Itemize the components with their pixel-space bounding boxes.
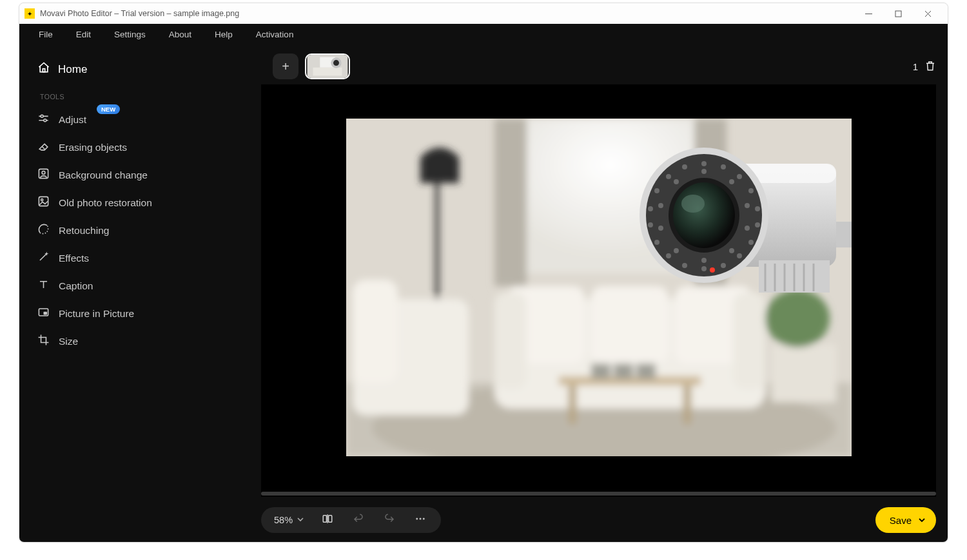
home-icon — [37, 61, 50, 77]
zoom-dropdown[interactable]: 58% — [274, 515, 311, 525]
svg-point-75 — [654, 188, 659, 193]
menu-about[interactable]: About — [157, 26, 203, 43]
svg-point-69 — [701, 266, 707, 271]
svg-rect-39 — [772, 344, 836, 402]
svg-rect-32 — [353, 280, 398, 383]
svg-point-87 — [674, 179, 679, 184]
new-badge: NEW — [97, 104, 120, 114]
svg-rect-38 — [733, 293, 765, 389]
svg-rect-4 — [43, 69, 44, 72]
svg-point-82 — [729, 248, 734, 253]
tool-caption[interactable]: Caption — [37, 272, 261, 300]
svg-rect-44 — [591, 363, 610, 379]
trash-icon[interactable] — [924, 59, 936, 74]
sidebar: Home TOOLS Adjust NEW Erasing objects Ba… — [19, 44, 261, 542]
menu-activation[interactable]: Activation — [244, 26, 306, 43]
main-area: + 1 — [261, 44, 948, 542]
wand-icon — [37, 251, 50, 266]
svg-point-65 — [755, 222, 760, 227]
svg-rect-28 — [494, 119, 527, 286]
content: Home TOOLS Adjust NEW Erasing objects Ba… — [19, 44, 948, 542]
svg-point-70 — [682, 263, 687, 268]
svg-point-77 — [682, 164, 687, 169]
image-count: 1 — [913, 61, 918, 72]
pip-icon — [37, 306, 50, 321]
menu-edit[interactable]: Edit — [64, 26, 103, 43]
menu-settings[interactable]: Settings — [103, 26, 157, 43]
svg-point-68 — [721, 263, 726, 268]
svg-point-67 — [737, 253, 742, 258]
svg-point-79 — [729, 179, 734, 184]
menu-help[interactable]: Help — [203, 26, 244, 43]
svg-rect-35 — [591, 286, 669, 363]
chevron-down-icon — [918, 515, 926, 526]
svg-rect-92 — [323, 516, 326, 523]
save-label: Save — [890, 515, 912, 526]
tool-picture-in-picture[interactable]: Picture in Picture — [37, 300, 261, 327]
svg-rect-93 — [329, 516, 332, 523]
canvas-area[interactable] — [261, 84, 936, 490]
redo-button[interactable] — [375, 507, 404, 533]
menu-file[interactable]: File — [27, 26, 64, 43]
svg-point-83 — [701, 258, 707, 263]
svg-rect-45 — [614, 363, 633, 379]
svg-point-89 — [673, 182, 735, 248]
tool-old-photo-restoration[interactable]: Old photo restoration — [37, 189, 261, 217]
svg-point-74 — [648, 206, 653, 211]
svg-point-97 — [423, 518, 425, 520]
svg-point-86 — [658, 203, 663, 208]
horizontal-scrollbar[interactable] — [261, 490, 936, 497]
tool-label: Adjust — [59, 114, 86, 126]
tool-label: Effects — [59, 253, 89, 264]
svg-line-9 — [42, 146, 45, 150]
svg-point-72 — [654, 240, 659, 245]
svg-point-64 — [755, 206, 760, 211]
svg-point-80 — [745, 203, 750, 208]
compare-icon — [322, 513, 333, 527]
adjust-icon — [37, 112, 50, 127]
svg-rect-42 — [569, 385, 576, 424]
text-icon — [37, 278, 50, 293]
svg-point-78 — [701, 169, 707, 174]
tool-size[interactable]: Size — [37, 327, 261, 355]
sidebar-home[interactable]: Home — [37, 56, 261, 86]
svg-rect-43 — [683, 385, 691, 424]
maximize-button[interactable] — [883, 3, 913, 24]
thumbnail-1[interactable] — [305, 53, 350, 79]
tool-retouching[interactable]: Retouching — [37, 217, 261, 244]
tool-erasing-objects[interactable]: Erasing objects — [37, 133, 261, 161]
minimize-button[interactable] — [854, 3, 883, 24]
close-button[interactable] — [913, 3, 943, 24]
image-repair-icon — [37, 195, 50, 210]
retouch-icon — [37, 223, 50, 238]
compare-button[interactable] — [313, 507, 342, 533]
svg-point-60 — [701, 161, 707, 166]
tool-label: Background change — [59, 169, 148, 181]
svg-point-63 — [748, 188, 754, 193]
tool-background-change[interactable]: Background change — [37, 161, 261, 189]
add-image-button[interactable]: + — [273, 53, 298, 79]
svg-line-14 — [40, 254, 46, 260]
svg-point-8 — [44, 119, 46, 122]
svg-point-81 — [745, 226, 750, 231]
tool-adjust[interactable]: Adjust NEW — [37, 106, 261, 133]
svg-point-96 — [420, 518, 422, 520]
more-icon — [415, 513, 426, 527]
svg-point-66 — [748, 240, 754, 245]
scrollbar-thumb[interactable] — [261, 492, 936, 496]
more-button[interactable] — [406, 507, 435, 533]
svg-rect-37 — [494, 293, 527, 389]
svg-point-91 — [710, 267, 715, 273]
svg-point-85 — [658, 226, 663, 231]
undo-button[interactable] — [344, 507, 373, 533]
bottom-toolbar: 58% — [261, 499, 948, 542]
svg-point-7 — [41, 115, 43, 117]
save-button[interactable]: Save — [875, 507, 936, 533]
thumbnail-image — [306, 55, 349, 78]
thumbnail-row: + 1 — [261, 44, 948, 84]
chevron-down-icon — [297, 515, 304, 525]
svg-point-90 — [681, 195, 705, 213]
tool-effects[interactable]: Effects — [37, 244, 261, 272]
tool-label: Erasing objects — [59, 142, 127, 153]
svg-point-11 — [42, 171, 45, 175]
